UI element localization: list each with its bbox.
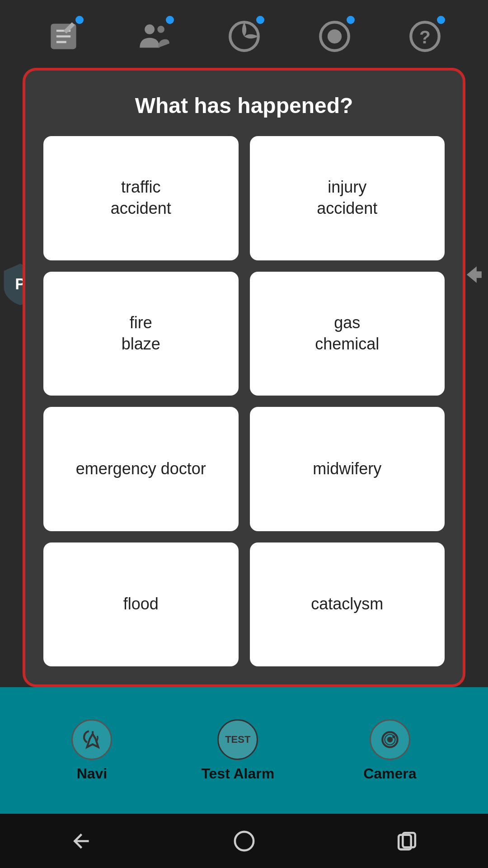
svg-text:?: ? [419,27,431,47]
navi-icon-circle [71,719,112,760]
option-traffic-accident[interactable]: trafficaccident [43,136,239,260]
home-button[interactable] [226,823,262,859]
record-icon [318,19,352,53]
option-cataclysm[interactable]: cataclysm [250,542,445,667]
option-flood[interactable]: flood [43,542,239,667]
svg-point-12 [92,733,94,735]
options-grid: trafficaccident injuryaccident fireblaze… [43,136,445,666]
camera-icon [379,728,401,751]
checklist-icon [47,19,80,53]
svg-point-17 [235,831,253,850]
checklist-dot [75,16,84,24]
navi-button[interactable]: Navi [71,719,112,782]
home-icon [232,829,257,854]
test-label-text: TEST [225,734,250,745]
bottom-area: Navi TEST Test Alarm Camera [0,687,488,814]
toolbar-record[interactable] [312,14,357,59]
svg-point-4 [145,24,155,34]
svg-point-5 [157,26,164,33]
option-fire-blaze[interactable]: fireblaze [43,272,239,396]
camera-button[interactable]: Camera [363,719,416,782]
toolbar-checklist[interactable] [41,14,86,59]
arrow-right [463,262,486,289]
toolbar-navigation[interactable] [221,14,267,59]
help-icon: ? [408,19,442,53]
navi-label: Navi [77,765,108,782]
navigation-icon [227,19,261,53]
option-gas-chemical[interactable]: gaschemical [250,272,445,396]
navi-icon [80,728,103,751]
option-injury-accident[interactable]: injuryaccident [250,136,445,260]
recents-icon [394,829,419,854]
option-midwifery[interactable]: midwifery [250,407,445,531]
users-icon [137,19,171,53]
option-emergency-doctor[interactable]: emergency doctor [43,407,239,531]
back-icon [69,829,94,854]
users-dot [166,16,174,24]
camera-icon-circle [370,719,410,760]
modal-dialog: What has happened? trafficaccident injur… [23,68,465,687]
test-alarm-icon-circle: TEST [217,719,258,760]
recents-button[interactable] [389,823,425,859]
nav-dot [256,16,264,24]
system-nav-bar [0,814,488,868]
modal-title: What has happened? [135,93,353,118]
toolbar: ? [0,0,488,72]
svg-point-16 [392,735,395,738]
svg-point-8 [327,29,341,43]
toolbar-users[interactable] [131,14,176,59]
camera-label: Camera [363,765,416,782]
back-button[interactable] [63,823,99,859]
test-alarm-button[interactable]: TEST Test Alarm [201,719,274,782]
help-dot [437,16,445,24]
toolbar-help[interactable]: ? [402,14,447,59]
test-alarm-label: Test Alarm [201,765,274,782]
svg-point-14 [387,736,393,742]
record-dot [347,16,355,24]
